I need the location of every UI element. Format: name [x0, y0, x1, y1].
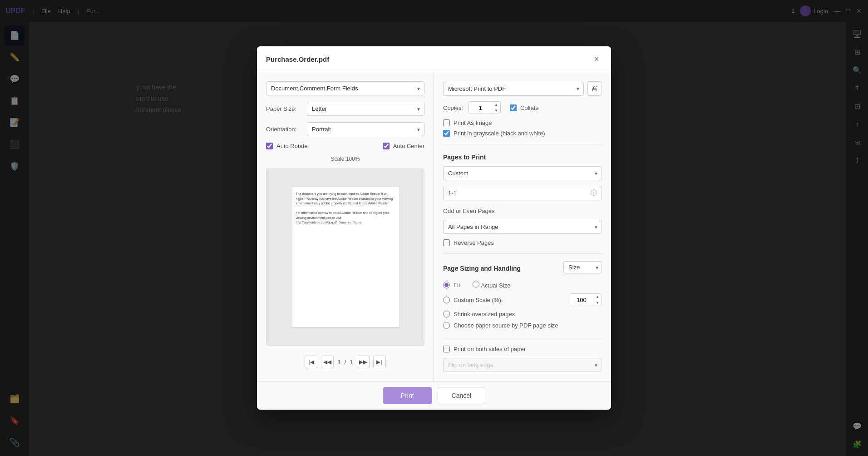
auto-rotate-label[interactable]: Auto Rotate [276, 143, 308, 149]
choose-paper-radio[interactable] [443, 322, 450, 329]
scale-input-wrapper: ▲ ▼ [570, 293, 602, 306]
page-current: 1 [337, 359, 340, 366]
scale-label: Scale:100% [266, 156, 424, 162]
orientation-label: Orientation: [266, 126, 302, 133]
copies-input[interactable] [469, 102, 492, 114]
custom-scale-row: Custom Scale (%): ▲ ▼ [443, 293, 602, 306]
pages-dropdown-wrapper: Custom All Pages Current Page Custom Ran… [443, 166, 602, 180]
odd-even-select[interactable]: All Pages in Range Odd Pages Only Even P… [443, 220, 602, 234]
content-type-select[interactable]: Document,Comment,Form Fields Document On… [266, 81, 424, 95]
next-pages-button[interactable]: ▶▶ [357, 356, 370, 368]
paper-size-select[interactable]: Letter A4 Legal Custom [307, 102, 424, 116]
auto-center-checkbox[interactable] [383, 143, 390, 149]
shrink-radio-row: Shrink oversized pages [443, 311, 602, 317]
custom-scale-radio[interactable] [443, 297, 450, 303]
flip-select[interactable]: Flip on long edge Flip on short edge [443, 358, 602, 372]
both-sides-label[interactable]: Print on both sides of paper [454, 346, 526, 352]
page-total: 1 [350, 359, 353, 366]
printer-row: Microsoft Print to PDF ▼ 🖨 [443, 81, 602, 96]
copies-input-wrapper: ▲ ▼ [469, 101, 501, 114]
prev-pages-button[interactable]: ◀◀ [321, 356, 334, 368]
reverse-pages-checkbox[interactable] [443, 239, 450, 246]
copies-down-button[interactable]: ▼ [492, 108, 500, 114]
dialog-header: Purchase.Order.pdf × [257, 46, 611, 72]
auto-rotate-row: Auto Rotate [266, 143, 308, 149]
both-sides-row: Print on both sides of paper [443, 346, 602, 352]
print-as-image-checkbox[interactable] [443, 119, 450, 126]
auto-rotate-checkbox[interactable] [266, 143, 273, 149]
copies-up-button[interactable]: ▲ [492, 102, 500, 108]
choose-paper-label: Choose paper source by PDF page size [454, 322, 558, 329]
pages-help-icon[interactable]: ⓘ [591, 189, 597, 197]
modal-overlay: Purchase.Order.pdf × Document,Comment,Fo… [0, 0, 868, 456]
cancel-button[interactable]: Cancel [438, 387, 486, 404]
choose-paper-radio-row: Choose paper source by PDF page size [443, 322, 602, 329]
both-sides-checkbox[interactable] [443, 346, 450, 352]
page-separator: / [345, 359, 346, 366]
scale-down-button[interactable]: ▼ [593, 300, 602, 306]
actual-size-label: Actual Size [481, 282, 510, 289]
paper-size-row: Paper Size: Letter A4 Legal Custom ▼ [266, 102, 424, 116]
custom-scale-label: Custom Scale (%): [454, 297, 503, 303]
paper-size-label: Paper Size: [266, 105, 302, 112]
printer-select[interactable]: Microsoft Print to PDF [443, 82, 584, 96]
page-sizing-title: Page Sizing and Handling [443, 265, 521, 272]
print-as-image-label[interactable]: Print As Image [454, 119, 492, 126]
auto-options-row: Auto Rotate Auto Center [266, 143, 424, 149]
dialog-title: Purchase.Order.pdf [266, 55, 329, 63]
odd-even-label: Odd or Even Pages [443, 208, 602, 214]
divider-1 [443, 144, 602, 144]
fit-radio-row: Fit Actual Size [443, 281, 602, 289]
reverse-pages-row: Reverse Pages [443, 239, 602, 246]
print-button[interactable]: Print [383, 387, 432, 404]
print-dialog: Purchase.Order.pdf × Document,Comment,Fo… [257, 46, 611, 410]
collate-row: Collate [510, 104, 538, 111]
content-type-wrapper: Document,Comment,Form Fields Document On… [266, 81, 424, 95]
right-panel: Microsoft Print to PDF ▼ 🖨 Copies: ▲ ▼ [434, 72, 611, 381]
scale-up-button[interactable]: ▲ [593, 294, 602, 300]
fit-radio[interactable] [443, 282, 450, 288]
size-radio-group: Fit Actual Size Custom Scale (%): ▲ [443, 279, 602, 331]
left-panel: Document,Comment,Form Fields Document On… [257, 72, 434, 381]
print-options-group: Print As Image Print in grayscale (black… [443, 119, 602, 137]
auto-center-row: Auto Center [383, 143, 424, 149]
size-type-select[interactable]: Size Fit Shrink Multiple [563, 261, 602, 273]
pages-range-wrapper: ⓘ [443, 186, 602, 200]
reverse-pages-label[interactable]: Reverse Pages [454, 239, 494, 246]
odd-even-wrapper: All Pages in Range Odd Pages Only Even P… [443, 220, 602, 234]
dialog-body: Document,Comment,Form Fields Document On… [257, 72, 611, 381]
actual-size-radio[interactable] [473, 281, 479, 287]
flip-wrapper: Flip on long edge Flip on short edge ▼ [443, 358, 602, 372]
shrink-label: Shrink oversized pages [454, 311, 515, 317]
preview-page: The document you are trying to load requ… [291, 187, 400, 327]
grayscale-label[interactable]: Print in grayscale (black and white) [454, 130, 545, 137]
auto-center-label[interactable]: Auto Center [393, 143, 424, 149]
pages-to-print-title: Pages to Print [443, 154, 602, 161]
pagination: |◀ ◀◀ 1 / 1 ▶▶ ▶| [266, 352, 424, 372]
pages-type-select[interactable]: Custom All Pages Current Page Custom Ran… [443, 166, 602, 180]
preview-container: The document you are trying to load requ… [266, 169, 424, 346]
copies-row: Copies: ▲ ▼ Collate [443, 101, 602, 114]
divider-3 [443, 338, 602, 338]
shrink-radio[interactable] [443, 311, 450, 317]
print-as-image-row: Print As Image [443, 119, 602, 126]
orientation-row: Orientation: Portrait Landscape ▼ [266, 122, 424, 136]
divider-2 [443, 253, 602, 254]
grayscale-row: Print in grayscale (black and white) [443, 130, 602, 137]
copies-label: Copies: [443, 104, 463, 111]
first-page-button[interactable]: |◀ [305, 356, 317, 368]
scale-input[interactable] [570, 294, 593, 306]
pages-range-input[interactable] [448, 190, 591, 197]
dialog-footer: Print Cancel [257, 381, 611, 410]
grayscale-checkbox[interactable] [443, 130, 450, 137]
collate-checkbox[interactable] [510, 104, 517, 111]
orientation-select[interactable]: Portrait Landscape [307, 122, 424, 136]
last-page-button[interactable]: ▶| [373, 356, 386, 368]
collate-label[interactable]: Collate [520, 104, 538, 111]
page-sizing-row: Page Sizing and Handling Size Fit Shrink… [443, 261, 602, 273]
printer-settings-button[interactable]: 🖨 [587, 81, 602, 96]
dialog-close-button[interactable]: × [591, 54, 602, 64]
fit-label: Fit [454, 282, 460, 288]
